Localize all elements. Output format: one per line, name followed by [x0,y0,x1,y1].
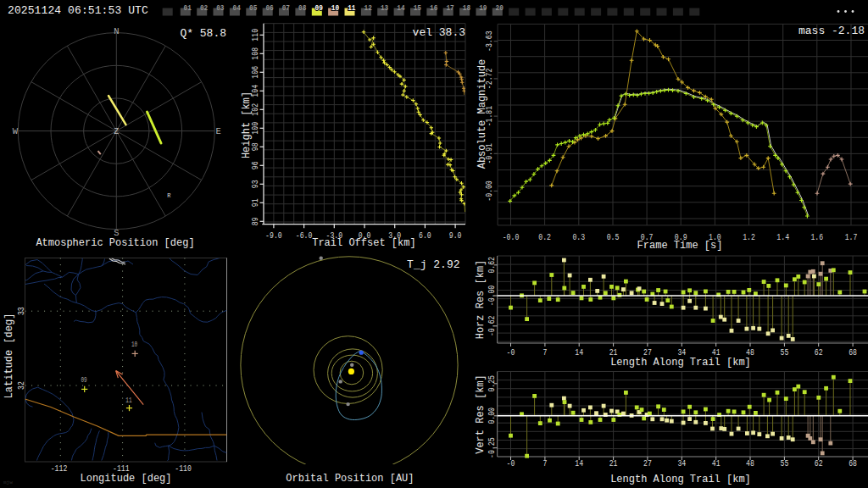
svg-text:03: 03 [216,4,224,13]
svg-text:Horz Res [km]: Horz Res [km] [475,260,487,340]
svg-text:Absolute Magnitude: Absolute Magnitude [476,59,488,169]
svg-text:01: 01 [184,4,192,13]
svg-text:10: 10 [131,341,137,349]
svg-text:S: S [114,228,119,238]
svg-text:02: 02 [200,4,208,13]
svg-text:55: 55 [781,347,789,358]
svg-text:1.6: 1.6 [810,232,823,242]
svg-text:-110: -110 [175,463,192,474]
svg-text:Longitude [deg]: Longitude [deg] [80,473,171,485]
svg-text:N: N [114,26,119,36]
svg-text:Latitude [deg]: Latitude [deg] [3,313,15,399]
svg-text:W: W [13,126,19,136]
svg-text:13: 13 [381,4,388,13]
svg-text:18: 18 [463,4,470,13]
svg-text:-0.62: -0.62 [487,316,497,337]
svg-text:33: 33 [16,307,26,315]
svg-text:-0.00: -0.00 [487,286,497,307]
svg-text:08: 08 [298,4,306,13]
svg-text:-6.0: -6.0 [296,230,313,241]
svg-text:106: 106 [250,66,260,79]
svg-text:41: 41 [712,458,721,469]
svg-text:7: 7 [542,347,547,358]
svg-text:09: 09 [315,4,323,13]
svg-text:1.2: 1.2 [743,232,755,242]
svg-text:20: 20 [496,4,504,13]
svg-text:9.0: 9.0 [449,230,462,241]
svg-text:0.5: 0.5 [607,232,620,242]
svg-text:7: 7 [542,458,547,469]
svg-text:0.3: 0.3 [572,232,585,242]
svg-text:Trail Offset [km]: Trail Offset [km] [312,237,415,249]
svg-text:32: 32 [16,381,26,390]
svg-text:62: 62 [815,347,823,358]
svg-text:0.62: 0.62 [487,257,497,274]
svg-text:12: 12 [364,4,372,13]
svg-text:Orbital Position [AU]: Orbital Position [AU] [286,473,414,485]
svg-text:mass -2.18: mass -2.18 [798,25,865,37]
svg-text:-0.00: -0.00 [484,180,494,202]
svg-text:Q* 58.8: Q* 58.8 [180,27,226,40]
svg-text:-112: -112 [51,463,68,474]
svg-text:Frame Time [s]: Frame Time [s] [637,240,723,252]
svg-text:16: 16 [430,4,437,13]
svg-text:-0: -0 [507,458,515,469]
svg-text:0.00: 0.00 [487,408,497,424]
svg-text:93: 93 [250,180,260,188]
svg-text:1.7: 1.7 [845,232,858,242]
svg-text:62: 62 [815,458,823,469]
svg-text:14: 14 [575,347,583,358]
svg-text:68: 68 [849,347,857,358]
svg-text:0.2: 0.2 [538,232,551,242]
svg-text:04: 04 [233,4,242,13]
svg-text:Height [km]: Height [km] [241,92,253,158]
svg-text:Length Along Trail [km]: Length Along Trail [km] [610,474,751,485]
svg-text:-0.0: -0.0 [503,232,520,242]
svg-text:Length Along Trail [km]: Length Along Trail [km] [610,357,751,369]
svg-text:E: E [216,126,221,136]
svg-text:10: 10 [331,4,339,13]
svg-text:17: 17 [446,4,453,13]
svg-text:-0: -0 [507,347,515,358]
svg-text:11: 11 [125,396,131,405]
svg-text:-3.63: -3.63 [484,30,494,52]
svg-text:20251124 06:51:53 UTC: 20251124 06:51:53 UTC [8,4,148,17]
svg-text:14: 14 [575,458,583,469]
svg-text:07: 07 [282,4,290,13]
svg-text:mjw: mjw [3,480,13,485]
svg-text:T_j 2.92: T_j 2.92 [407,258,459,271]
svg-text:-9.0: -9.0 [265,230,282,241]
svg-text:09: 09 [81,376,86,385]
svg-text:34: 34 [677,458,686,469]
svg-text:-0.25: -0.25 [487,437,497,458]
svg-text:Vert Res [km]: Vert Res [km] [475,374,487,454]
svg-text:11: 11 [348,4,356,13]
svg-text:6.0: 6.0 [419,230,431,241]
svg-text:19: 19 [479,4,487,13]
svg-text:48: 48 [746,458,754,469]
svg-text:05: 05 [249,4,257,13]
svg-text:Atmospheric Position [deg]: Atmospheric Position [deg] [36,237,194,249]
svg-text:108: 108 [250,47,260,60]
svg-text:1.4: 1.4 [776,232,789,242]
svg-text:21: 21 [609,458,618,469]
svg-text:68: 68 [849,458,857,469]
svg-text:89: 89 [250,217,260,225]
svg-text:15: 15 [414,4,421,13]
svg-text:91: 91 [250,198,260,207]
svg-text:vel 38.3: vel 38.3 [413,26,465,39]
svg-text:96: 96 [250,161,260,169]
svg-text:110: 110 [250,29,260,42]
svg-text:55: 55 [781,458,789,469]
svg-text:14: 14 [397,4,405,13]
svg-text:06: 06 [265,4,273,13]
svg-text:27: 27 [643,458,652,469]
svg-text:Z: Z [114,127,119,136]
svg-text:0.25: 0.25 [487,375,497,392]
